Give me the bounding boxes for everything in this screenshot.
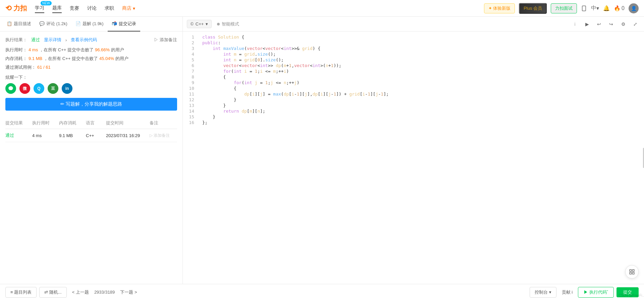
share-weibo-btn[interactable]: 微 [19, 83, 30, 94]
code-line-9: 9 for(int j = 1;j <= n;++j) [183, 80, 644, 85]
write-solution-btn[interactable]: ✏ 写题解，分享我的解题思路 [5, 98, 177, 111]
next-btn[interactable]: 下一题 > [117, 288, 140, 297]
tab-description[interactable]: 📋 题目描述 [3, 17, 35, 32]
nav-item-problems[interactable]: 题库 [52, 4, 62, 13]
result-content: 执行结果： 通过 显示详情 › 查看示例代码 ▷ 添加备注 执行用时： 4 ms… [0, 32, 182, 284]
experience-btn[interactable]: ✦ 体验新版 [484, 3, 515, 13]
description-icon: 📋 [7, 21, 12, 26]
result-label: 执行结果： [5, 37, 27, 43]
bottom-bar: ≡ 题目列表 ⇄ 随机... < 上一题 2933/3189 下一题 > 控制台… [0, 284, 644, 300]
language-selector[interactable]: © C++ ▾ [187, 20, 212, 28]
share-douban-btn[interactable]: 豆 [48, 83, 58, 94]
nav-item-discuss[interactable]: 讨论 [87, 4, 97, 13]
show-detail-link[interactable]: 显示详情 [44, 37, 61, 43]
add-note-btn[interactable]: ▷ 添加备注 [154, 37, 177, 43]
run-icon[interactable]: ▶ [582, 19, 592, 29]
settings-icon[interactable]: ⚙ [619, 19, 628, 29]
flag-icon: ▷ [150, 133, 153, 138]
code-line-7: 7 for(int i = 1;i <= m;++i) [183, 68, 644, 74]
exec-time-value: 4 ms [29, 47, 38, 52]
col-header-result: 提交结果 [5, 120, 32, 126]
tab-submissions[interactable]: 📬 提交记录 [108, 17, 140, 32]
table-row: 通过 4 ms 9.1 MB C++ 2023/07/31 16:29 ▷ 添加… [5, 129, 177, 142]
undo-icon[interactable]: ↩ [594, 19, 604, 29]
font-size-selector[interactable]: 中 ▾ [591, 5, 599, 12]
problem-list-btn[interactable]: ≡ 题目列表 [5, 287, 37, 298]
run-code-btn[interactable]: ▶ 执行代码ˇ [578, 287, 614, 298]
comments-icon: 💬 [39, 21, 45, 26]
svg-rect-3 [633, 269, 634, 271]
submissions-icon: 📬 [112, 21, 117, 26]
left-panel: 📋 题目描述 💬 评论 (1.2k) 📄 题解 (1.9k) 📬 提交记录 执行… [0, 17, 183, 284]
share-wechat-btn[interactable] [5, 83, 16, 94]
row-note[interactable]: ▷ 添加备注 [150, 133, 177, 138]
row-lang: C++ [86, 133, 106, 138]
exec-time-stat: 执行用时： 4 ms ，在所有 C++ 提交中击败了 96.66% 的用户 [5, 47, 177, 53]
tab-solutions[interactable]: 📄 题解 (1.9k) [71, 17, 108, 32]
chevron-down-icon: ▾ [206, 21, 208, 26]
tab-comments[interactable]: 💬 评论 (1.2k) [35, 17, 71, 32]
phone-icon[interactable] [581, 5, 587, 11]
nav-right-actions: ✦ 体验新版 Plus 会员 力扣面试 中 ▾ 🔔 🔥 0 👤 [484, 3, 639, 14]
notification-icon[interactable]: 🔔 [603, 5, 610, 11]
memory-stat: 内存消耗： 9.1 MB ，在所有 C++ 提交中击败了 45.04% 的用户 [5, 56, 177, 62]
smart-mode: 智能模式 [214, 20, 242, 28]
code-editor[interactable]: 1 class Solution { 2 public: 3 int maxVa… [183, 32, 644, 284]
cpp-icon: © [191, 22, 194, 26]
submission-table: 提交结果 执行用时 内存消耗 语言 提交时间 备注 通过 4 ms 9.1 MB… [5, 117, 177, 142]
exec-time-pct: 96.66% [95, 47, 110, 52]
random-btn[interactable]: ⇄ 随机... [39, 287, 66, 298]
logo-text: 力扣 [13, 4, 27, 13]
svg-rect-5 [633, 273, 634, 274]
floating-action-btn[interactable] [625, 265, 639, 279]
nav-item-learn[interactable]: 学习 NEW [35, 4, 44, 13]
code-line-8: 8 { [183, 74, 644, 80]
contribute-btn[interactable]: 贡献 i [559, 287, 576, 297]
info-icon[interactable]: i [570, 19, 580, 29]
chevron-down-icon: ▾ [133, 6, 135, 11]
col-header-time: 执行用时 [32, 120, 59, 126]
nav-item-contest[interactable]: 竞赛 [70, 4, 79, 13]
nav-item-store[interactable]: 商店 ▾ [122, 4, 135, 13]
solutions-icon: 📄 [75, 21, 81, 26]
code-line-3: 3 int maxValue(vector<vector<int>>& grid… [183, 46, 644, 51]
row-result[interactable]: 通过 [5, 132, 32, 138]
plus-membership-btn[interactable]: Plus 会员 [519, 3, 547, 14]
avatar[interactable]: 👤 [629, 3, 639, 13]
code-line-5: 5 int n = grid[0].size(); [183, 57, 644, 63]
share-qq-btn[interactable]: Q [34, 83, 44, 94]
col-header-lang: 语言 [86, 120, 106, 126]
code-line-13: 13 } [183, 103, 644, 108]
separator: › [65, 38, 67, 43]
redo-icon[interactable]: ↪ [606, 19, 616, 29]
chevron-icon: ▾ [596, 5, 599, 11]
test-cases-stat: 通过测试用例： 61 / 61 [5, 64, 177, 70]
smart-mode-dot [217, 23, 220, 25]
share-label: 炫耀一下： [5, 74, 177, 80]
code-line-1: 1 class Solution { [183, 34, 644, 40]
interview-btn[interactable]: 力扣面试 [551, 3, 577, 13]
code-line-10: 10 { [183, 85, 644, 91]
add-note-inline[interactable]: ▷ 添加备注 [150, 133, 177, 138]
memory-pct: 45.04% [99, 56, 114, 61]
console-btn[interactable]: 控制台 ▾ [530, 287, 556, 298]
nav-item-jobs[interactable]: 求职 [105, 4, 114, 13]
logo[interactable]: ⟲ 力扣 [5, 4, 27, 13]
result-status: 通过 [31, 37, 40, 43]
code-toolbar: © C++ ▾ 智能模式 i ▶ ↩ ↪ ⚙ ⤢ [183, 17, 644, 32]
row-memory: 9.1 MB [59, 133, 86, 138]
code-line-12: 12 } [183, 97, 644, 103]
share-linkedin-btn[interactable]: in [62, 83, 72, 94]
result-header: 执行结果： 通过 显示详情 › 查看示例代码 ▷ 添加备注 [5, 37, 177, 43]
code-line-6: 6 vector<vector<int>> dp(m+1,vector<int>… [183, 63, 644, 68]
fire-count[interactable]: 🔥 0 [614, 5, 625, 11]
svg-rect-4 [630, 273, 631, 274]
svg-rect-2 [630, 269, 631, 271]
prev-btn[interactable]: < 上一题 [69, 288, 92, 297]
memory-value: 9.1 MB [29, 56, 42, 61]
fullscreen-icon[interactable]: ⤢ [631, 19, 640, 29]
share-icons: 微 Q 豆 in [5, 83, 177, 94]
example-code-link[interactable]: 查看示例代码 [71, 37, 97, 43]
svg-rect-0 [582, 6, 586, 11]
row-time: 4 ms [32, 133, 59, 138]
